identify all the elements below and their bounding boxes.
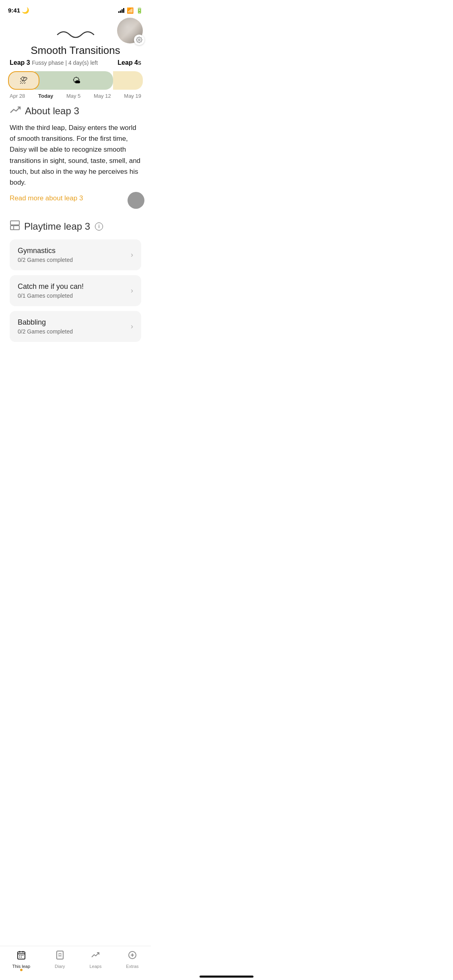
stormy-icon: ⛈ bbox=[20, 76, 28, 85]
activity-card-babbling[interactable]: Babbling 0/2 Games completed › bbox=[10, 311, 141, 342]
status-icons: 📶 🔋 bbox=[118, 7, 143, 14]
battery-icon: 🔋 bbox=[136, 7, 143, 14]
blocks-icon bbox=[10, 220, 20, 233]
about-title: About leap 3 bbox=[25, 105, 79, 117]
scroll-handle[interactable] bbox=[128, 192, 144, 209]
settings-badge[interactable] bbox=[134, 35, 144, 45]
status-bar: 9:41 🌙 📶 🔋 bbox=[0, 0, 151, 18]
chevron-right-icon: › bbox=[131, 322, 133, 331]
leap-row: Leap 3 Fussy phase | 4 day(s) left Leap … bbox=[8, 59, 143, 66]
playtime-header: Playtime leap 3 i bbox=[10, 220, 141, 233]
content-area: About leap 3 With the third leap, Daisy … bbox=[0, 105, 151, 342]
leap3-label: Leap 3 Fussy phase | 4 day(s) left bbox=[10, 59, 98, 66]
trending-up-icon bbox=[10, 105, 21, 117]
wave-icon bbox=[56, 26, 96, 40]
activity-name: Babbling bbox=[18, 318, 73, 327]
activity-progress: 0/2 Games completed bbox=[18, 328, 73, 335]
activity-card-catch[interactable]: Catch me if you can! 0/1 Games completed… bbox=[10, 275, 141, 306]
chevron-right-icon: › bbox=[131, 251, 133, 259]
chevron-right-icon: › bbox=[131, 286, 133, 295]
status-time: 9:41 🌙 bbox=[8, 7, 29, 14]
date-labels: Apr 28 Today May 5 May 12 May 19 bbox=[8, 91, 143, 105]
svg-rect-3 bbox=[10, 221, 19, 225]
gear-icon bbox=[136, 37, 142, 43]
activity-progress: 0/2 Games completed bbox=[18, 257, 73, 263]
timeline-cloudy: 🌤 bbox=[35, 71, 113, 90]
timeline-container: ⛈ 🌤 bbox=[8, 71, 143, 90]
date-today: Today bbox=[38, 93, 53, 99]
about-section-header: About leap 3 bbox=[10, 105, 141, 117]
about-body: With the third leap, Daisy enters the wo… bbox=[10, 122, 141, 188]
signal-icon bbox=[118, 8, 124, 13]
activity-name: Catch me if you can! bbox=[18, 282, 84, 291]
avatar-area[interactable] bbox=[117, 18, 143, 43]
wifi-icon: 📶 bbox=[127, 7, 134, 14]
date-apr28: Apr 28 bbox=[10, 93, 25, 99]
date-may19: May 19 bbox=[124, 93, 141, 99]
read-more-link[interactable]: Read more about leap 3 bbox=[10, 194, 83, 202]
page-title: Smooth Transitions bbox=[31, 44, 120, 57]
timeline-stormy: ⛈ bbox=[8, 71, 39, 90]
svg-rect-1 bbox=[10, 226, 14, 230]
leap4-label: Leap 4s bbox=[117, 59, 141, 66]
date-may5: May 5 bbox=[66, 93, 80, 99]
playtime-title: Playtime leap 3 bbox=[24, 221, 90, 232]
timeline-sunny bbox=[113, 71, 143, 90]
header: Smooth Transitions Leap 3 Fussy phase | … bbox=[0, 18, 151, 105]
date-may12: May 12 bbox=[94, 93, 111, 99]
activity-card-gymnastics[interactable]: Gymnastics 0/2 Games completed › bbox=[10, 239, 141, 270]
info-icon[interactable]: i bbox=[95, 222, 103, 231]
activity-progress: 0/1 Games completed bbox=[18, 292, 84, 299]
svg-point-0 bbox=[138, 39, 140, 41]
main-content: About leap 3 With the third leap, Daisy … bbox=[0, 105, 151, 387]
svg-rect-2 bbox=[14, 226, 19, 230]
activity-name: Gymnastics bbox=[18, 247, 73, 255]
cloudy-icon: 🌤 bbox=[72, 76, 80, 85]
